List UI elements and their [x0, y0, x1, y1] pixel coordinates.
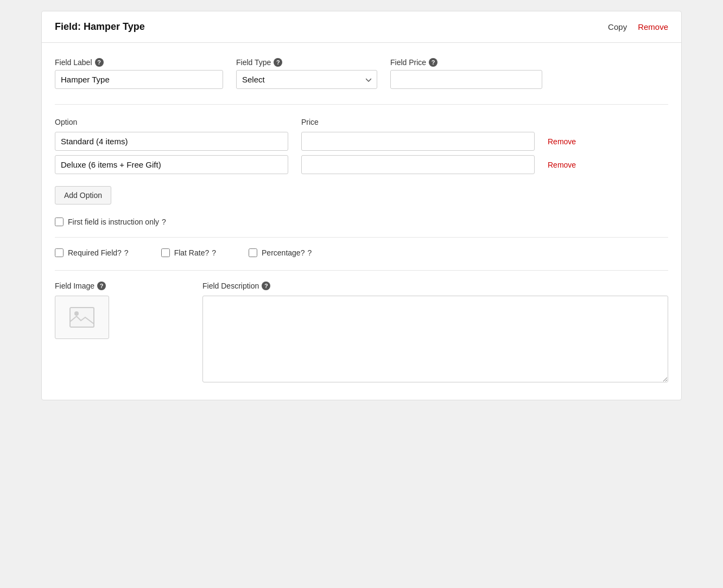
instruction-label: First field is instruction only ?: [68, 218, 166, 226]
options-section: Option Price Remove Remove Add Option: [55, 118, 668, 204]
required-checkbox-group: Required Field? ?: [55, 248, 129, 257]
options-header: Option Price: [55, 118, 668, 126]
option-1-input[interactable]: [55, 132, 288, 151]
option-2-remove-button[interactable]: Remove: [548, 161, 576, 169]
field-price-help-icon[interactable]: ?: [429, 58, 437, 67]
field-label-label: Field Label ?: [55, 58, 223, 67]
percentage-checkbox[interactable]: [249, 248, 257, 257]
field-description-textarea[interactable]: [202, 296, 668, 382]
price-column-header: Price: [301, 118, 319, 126]
field-image-help-icon[interactable]: ?: [97, 282, 106, 290]
bottom-section: Field Image ? Field Description ?: [55, 282, 668, 385]
copy-button[interactable]: Copy: [608, 22, 627, 31]
add-option-button[interactable]: Add Option: [55, 186, 111, 204]
percentage-label: Percentage? ?: [262, 248, 312, 257]
divider-2: [55, 237, 668, 238]
required-checkbox[interactable]: [55, 248, 64, 257]
option-2-input[interactable]: [55, 155, 288, 174]
required-label: Required Field? ?: [68, 248, 129, 257]
field-label-help-icon[interactable]: ?: [95, 58, 104, 67]
field-image-label: Field Image ?: [55, 282, 185, 290]
percentage-help-icon[interactable]: ?: [307, 248, 312, 257]
field-price-group: Field Price ?: [390, 58, 542, 89]
card-header: Field: Hamper Type Copy Remove: [42, 11, 681, 43]
field-type-group: Field Type ? Text Select Textarea Checkb…: [236, 58, 377, 89]
header-actions: Copy Remove: [608, 22, 668, 31]
required-help-icon[interactable]: ?: [124, 248, 129, 257]
divider-1: [55, 104, 668, 105]
field-image-group: Field Image ?: [55, 282, 185, 385]
field-description-label: Field Description ?: [202, 282, 668, 290]
flat-rate-checkbox-group: Flat Rate? ?: [161, 248, 216, 257]
field-price-label: Field Price ?: [390, 58, 542, 67]
field-description-group: Field Description ?: [202, 282, 668, 385]
instruction-checkbox[interactable]: [55, 218, 64, 226]
instruction-checkbox-row: First field is instruction only ?: [55, 218, 668, 226]
checkboxes-row: Required Field? ? Flat Rate? ? Percentag…: [55, 248, 668, 257]
field-card: Field: Hamper Type Copy Remove Field Lab…: [41, 11, 682, 400]
field-description-help-icon[interactable]: ?: [262, 282, 270, 290]
card-body: Field Label ? Field Type ? Text Select T…: [42, 43, 681, 400]
flat-rate-checkbox[interactable]: [161, 248, 170, 257]
flat-rate-help-icon[interactable]: ?: [212, 248, 216, 257]
option-2-price-input[interactable]: [301, 155, 535, 174]
field-type-label: Field Type ?: [236, 58, 377, 67]
field-price-input[interactable]: [390, 70, 542, 89]
field-title: Field: Hamper Type: [55, 21, 145, 33]
flat-rate-label: Flat Rate? ?: [174, 248, 216, 257]
image-placeholder[interactable]: [55, 296, 109, 339]
remove-button[interactable]: Remove: [638, 22, 668, 31]
field-label-input[interactable]: [55, 70, 223, 89]
option-1-remove-button[interactable]: Remove: [548, 137, 576, 146]
option-row-1: Remove: [55, 132, 668, 151]
option-row-2: Remove: [55, 155, 668, 174]
divider-3: [55, 270, 668, 271]
main-fields-row: Field Label ? Field Type ? Text Select T…: [55, 58, 668, 89]
image-placeholder-icon: [69, 306, 95, 328]
option-1-price-input[interactable]: [301, 132, 535, 151]
svg-rect-0: [70, 308, 94, 327]
field-type-select[interactable]: Text Select Textarea Checkbox Radio: [236, 70, 377, 89]
field-type-help-icon[interactable]: ?: [274, 58, 282, 67]
field-label-group: Field Label ?: [55, 58, 223, 89]
instruction-help-icon[interactable]: ?: [162, 218, 166, 226]
option-column-header: Option: [55, 118, 288, 126]
svg-point-1: [74, 311, 79, 316]
percentage-checkbox-group: Percentage? ?: [249, 248, 312, 257]
